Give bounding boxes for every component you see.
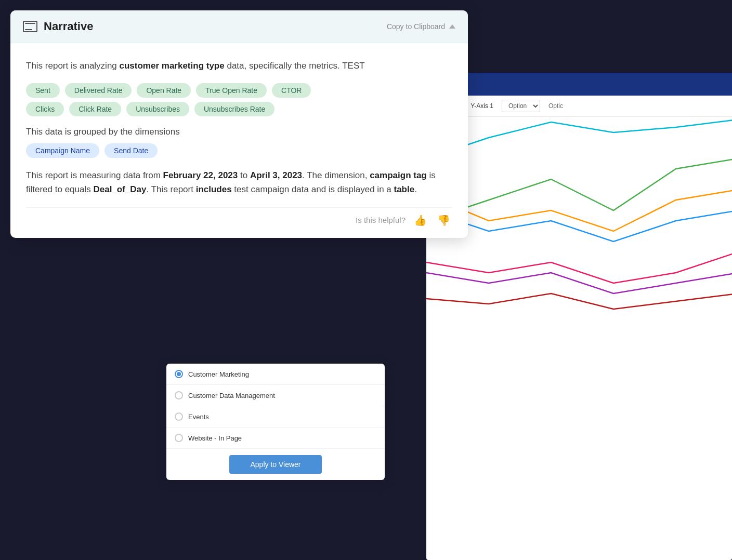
radio-customer-marketing[interactable] (175, 370, 183, 378)
tag-click-rate: Click Rate (69, 102, 121, 116)
date-text-1: This report is measuring data from (26, 170, 163, 180)
metric-tags-row-2: Clicks Click Rate Unsubscribes Unsubscri… (26, 102, 452, 116)
intro-bold: customer marketing type (120, 61, 225, 71)
tag-open-rate: Open Rate (137, 83, 191, 98)
dim-tag-send-date: Send Date (104, 143, 158, 158)
chevron-up-icon (449, 24, 455, 29)
filter-text-4: . (414, 184, 417, 194)
includes-bold: includes (196, 184, 232, 194)
tag-true-open-rate: True Open Rate (196, 83, 267, 98)
dropdown-item-cdm[interactable]: Customer Data Management (166, 385, 385, 406)
chart-subheader: Option Y-Axis 1 Option Optic (426, 96, 732, 117)
helpful-text: Is this helpful? (356, 216, 406, 224)
tag-ctor: CTOR (272, 83, 311, 98)
dropdown-item-website[interactable]: Website - In Page (166, 428, 385, 449)
filter-text-3: test campaign data and is displayed in a (232, 184, 394, 194)
filter-bold-2: Deal_of_Day (93, 184, 146, 194)
narrative-icon (23, 21, 37, 32)
date-text-3: . The dimension, (302, 170, 370, 180)
dropdown-label-cdm: Customer Data Management (188, 392, 275, 399)
dropdown-label-events: Events (188, 413, 209, 421)
narrative-header: Narrative Copy to Clipboard (10, 10, 468, 43)
chart-panel: Option Y-Axis 1 Option Optic (426, 73, 732, 560)
intro-text-1: This report is analyzing (26, 61, 120, 71)
apply-to-viewer-button[interactable]: Apply to Viewer (229, 455, 321, 474)
tag-unsubscribes: Unsubscribes (126, 102, 189, 116)
chart-option-text: Optic (548, 102, 563, 110)
dropdown-label-website: Website - In Page (188, 434, 242, 442)
tag-delivered-rate: Delivered Rate (65, 83, 132, 98)
narrative-date-filter: This report is measuring data from Febru… (26, 168, 452, 196)
tag-sent: Sent (26, 83, 60, 98)
narrative-title: Narrative (44, 20, 93, 33)
helpful-row: Is this helpful? 👍 👎 (26, 207, 452, 228)
tag-clicks: Clicks (26, 102, 64, 116)
narrative-title-group: Narrative (23, 20, 93, 33)
dim-tag-campaign-name: Campaign Name (26, 143, 99, 158)
chart-header (426, 73, 732, 96)
narrative-body: This report is analyzing customer market… (10, 43, 468, 238)
icon-line-2 (25, 29, 32, 30)
icon-line-1 (25, 23, 35, 24)
dimension-tags-row: Campaign Name Send Date (26, 143, 452, 158)
metric-tags-row-1: Sent Delivered Rate Open Rate True Open … (26, 83, 452, 98)
radio-events[interactable] (175, 412, 183, 421)
intro-text-2: data, specifically the metrics. TEST (225, 61, 365, 71)
chart-lines-area (426, 117, 732, 377)
dropdown-panel: Customer Marketing Customer Data Managem… (166, 364, 385, 480)
y-axis-label-text: Y-Axis 1 (470, 102, 493, 110)
radio-cdm[interactable] (175, 391, 183, 399)
filter-bold-1: campaign tag (370, 170, 427, 180)
copy-clipboard-button[interactable]: Copy to Clipboard (387, 22, 455, 31)
chart-option-select-1[interactable]: Option (502, 100, 540, 112)
date-text-2: to (238, 170, 250, 180)
dropdown-item-customer-marketing[interactable]: Customer Marketing (166, 364, 385, 385)
narrative-card: Narrative Copy to Clipboard This report … (10, 10, 468, 238)
dropdown-label-customer-marketing: Customer Marketing (188, 370, 249, 378)
copy-clipboard-label: Copy to Clipboard (387, 22, 445, 31)
dropdown-item-events[interactable]: Events (166, 406, 385, 428)
date-bold-2: April 3, 2023 (250, 170, 302, 180)
tag-unsubscribes-rate: Unsubscribes Rate (194, 102, 274, 116)
date-bold-1: February 22, 2023 (163, 170, 238, 180)
narrative-intro: This report is analyzing customer market… (26, 59, 452, 73)
thumbs-up-button[interactable]: 👍 (412, 213, 429, 228)
thumbs-down-button[interactable]: 👎 (435, 213, 452, 228)
table-bold: table (394, 184, 415, 194)
filter-text-2: . This report (147, 184, 196, 194)
radio-website[interactable] (175, 434, 183, 442)
groupby-text: This data is grouped by the dimensions (26, 127, 452, 137)
